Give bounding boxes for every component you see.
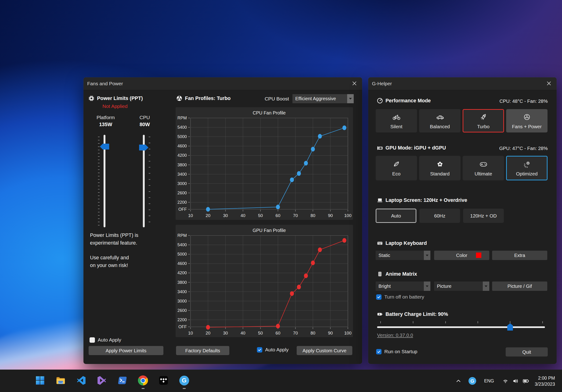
taskbar-vscode-icon[interactable] [76,375,87,386]
laptop-icon [377,197,383,203]
slider-thumb[interactable] [507,323,513,331]
tray-g-helper-icon[interactable]: G [468,377,476,385]
svg-text:4600: 4600 [177,261,187,266]
svg-text:10: 10 [188,213,193,218]
keyboard-extra-button[interactable]: Extra [492,251,547,260]
gpu-mode-button-eco[interactable]: Eco [376,156,417,180]
gpu-mode-button-optimized[interactable]: Optimized [506,156,548,180]
svg-text:2200: 2200 [177,200,187,205]
svg-text:40: 40 [241,213,246,218]
close-icon [546,81,551,87]
chevron-down-icon[interactable] [347,94,354,103]
mode-button-label: Turbo [477,124,490,129]
svg-text:2600: 2600 [177,191,187,195]
tray-time: 2:00 PM [535,375,555,381]
color-swatch[interactable] [476,253,481,258]
chevron-down-icon[interactable] [483,281,489,291]
keyboard-color-label: Color [456,253,467,258]
curve-auto-apply-checkbox[interactable] [257,347,262,353]
svg-text:5400: 5400 [177,243,187,247]
apply-custom-curve-button[interactable]: Apply Custom Curve [297,346,352,355]
screen-mode-button-60hz[interactable]: 60Hz [419,209,460,223]
svg-text:80: 80 [310,331,315,336]
chevron-down-icon[interactable] [424,281,430,291]
cpu-boost-dropdown[interactable]: Efficient Aggressive [293,94,354,103]
svg-text:5000: 5000 [177,134,187,139]
g-helper-window: G-Helper Performance Mode CPU: 48°C - Fa… [368,77,557,364]
svg-text:50: 50 [258,331,263,336]
taskbar-chrome-icon[interactable] [138,375,148,386]
slider-tick [478,321,478,323]
g-helper-titlebar[interactable]: G-Helper [368,77,557,90]
performance-mode-button-balanced[interactable]: Balanced [419,109,460,133]
svg-text:2200: 2200 [177,317,187,322]
performance-mode-button-silent[interactable]: Silent [376,109,417,133]
performance-mode-button-turbo[interactable]: Turbo [463,109,504,133]
taskbar-g-helper-icon[interactable]: G [179,375,190,386]
keyboard-mode-dropdown[interactable]: Static [376,251,430,260]
running-indicator [183,388,186,389]
svg-text:20: 20 [206,213,211,218]
gpu-mode-button-ultimate[interactable]: Ultimate [463,156,504,180]
screen-mode-button-auto[interactable]: Auto [376,209,416,223]
tray-date: 3/23/2023 [535,381,555,387]
svg-text:3000: 3000 [177,299,187,303]
tray-language-indicator[interactable]: ENG [484,378,494,384]
battery-tray-icon[interactable] [523,378,529,384]
wifi-icon[interactable] [502,378,509,384]
svg-text:3400: 3400 [177,172,187,177]
tray-clock[interactable]: 2:00 PM 3/23/2023 [535,375,555,387]
run-on-startup-row: Run on Startup [376,349,417,354]
tray-chevron-up-icon[interactable] [455,378,462,384]
taskbar-app-icons: G [35,375,190,386]
svg-text:30: 30 [223,331,228,336]
screen-mode-button-120hz-od[interactable]: 120Hz + OD [463,209,504,223]
quit-button[interactable]: Quit [506,347,548,357]
platform-value: 135W [90,122,121,128]
system-tray: G ENG 2:00 PM 3/23/2023 [455,370,555,392]
battery-charge-limit-slider[interactable] [377,320,545,334]
gpu-fan-profile-chart[interactable]: OFF220026003000340038004200460050005400R… [176,225,353,337]
svg-text:90: 90 [328,331,333,336]
run-on-startup-checkbox[interactable] [376,349,382,354]
matrix-mode-dropdown[interactable]: Picture [434,281,489,291]
svg-text:4600: 4600 [177,144,187,148]
taskbar-tidal-icon[interactable] [158,375,169,386]
rocket-icon [479,112,488,122]
cpu-power-slider[interactable] [136,135,151,227]
taskbar-visual-studio-icon[interactable] [96,375,107,386]
keyboard-color-button[interactable]: Color [434,251,489,260]
turn-off-on-battery-checkbox[interactable] [376,294,382,300]
matrix-mode-value: Picture [434,281,483,291]
apply-power-limits-button[interactable]: Apply Power Limits [89,346,164,355]
taskbar-start-icon[interactable] [35,375,46,386]
taskbar-terminal-icon[interactable] [117,375,128,386]
performance-mode-header: Performance Mode [377,97,431,104]
fan-icon [176,95,183,102]
gpu-mode-heading: GPU Mode: iGPU + dGPU [386,145,446,151]
slider-thumb[interactable] [100,144,109,149]
matrix-brightness-dropdown[interactable]: Bright [376,281,430,291]
version-link[interactable]: Version: 0.37.0.0 [377,332,413,338]
mode-button-label: Fans + Power [512,124,542,129]
power-limits-warning: Power Limits (PPT) is experimental featu… [90,232,138,247]
close-icon [352,81,357,87]
slider-tick [510,321,510,323]
gpu-mode-button-standard[interactable]: Standard [419,156,460,180]
platform-power-slider[interactable] [97,135,112,227]
taskbar-file-explorer-icon[interactable] [55,375,66,386]
close-button[interactable] [544,79,553,88]
performance-mode-button-fans-power[interactable]: Fans + Power [506,109,548,133]
chevron-down-icon[interactable] [424,251,430,260]
matrix-picture-gif-button[interactable]: Picture / Gif [492,281,547,291]
close-button[interactable] [350,79,359,88]
cpu-fan-profile-chart[interactable]: OFF220026003000340038004200460050005400R… [176,107,353,220]
battery-charge-limit-heading: Battery Charge Limit: 90% [386,311,448,317]
svg-text:70: 70 [293,213,298,218]
power-auto-apply-checkbox[interactable] [90,337,95,343]
factory-defaults-button[interactable]: Factory Defaults [176,346,229,355]
fans-window-titlebar[interactable]: Fans and Power [83,77,362,90]
volume-icon[interactable] [512,378,519,384]
slider-thumb[interactable] [139,145,148,150]
slider-track[interactable] [377,326,545,328]
